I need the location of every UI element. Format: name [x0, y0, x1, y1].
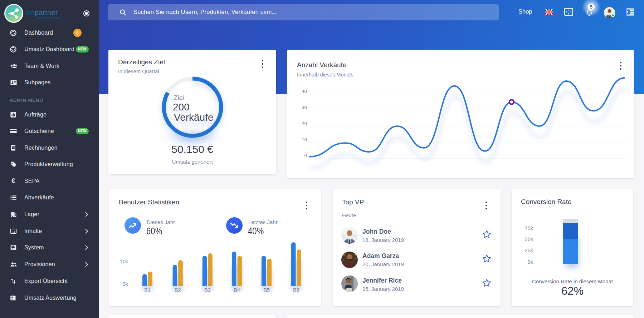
svg-text:75k: 75k — [525, 225, 533, 231]
svg-text:€: € — [11, 178, 15, 184]
svg-text:50k: 50k — [525, 237, 533, 242]
svg-text:0k: 0k — [528, 259, 533, 265]
svg-text:25k: 25k — [525, 248, 533, 253]
svg-text:0k: 0k — [123, 281, 128, 287]
svg-text:10k: 10k — [120, 259, 128, 264]
svg-text:30: 30 — [302, 105, 307, 110]
svg-text:B4: B4 — [234, 287, 240, 293]
svg-text:B1: B1 — [144, 287, 151, 293]
svg-text:20: 20 — [302, 121, 307, 126]
svg-text:B6: B6 — [293, 287, 299, 293]
svg-text:40: 40 — [302, 89, 307, 94]
svg-text:B2: B2 — [175, 287, 181, 293]
svg-text:B3: B3 — [204, 287, 211, 293]
svg-text:B5: B5 — [263, 287, 270, 293]
svg-text:10: 10 — [302, 137, 307, 142]
svg-text:0: 0 — [304, 153, 307, 158]
